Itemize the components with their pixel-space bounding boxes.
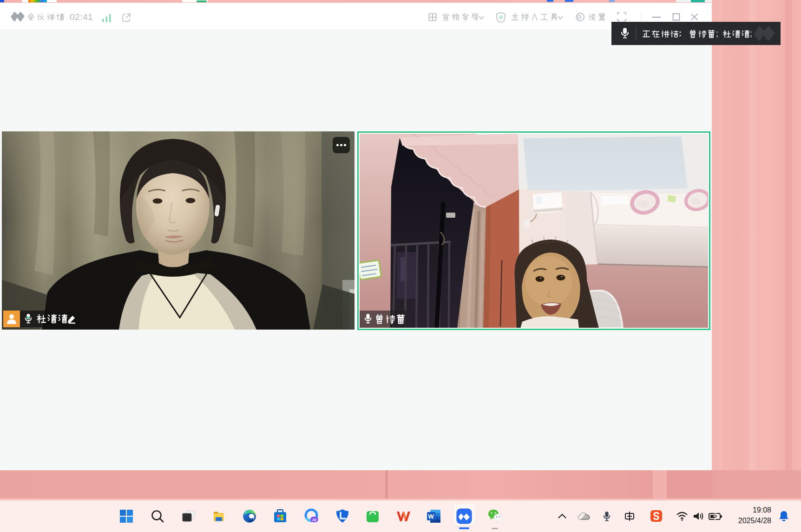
svg-text:AI: AI [312,518,316,522]
svg-text:W: W [428,513,434,520]
